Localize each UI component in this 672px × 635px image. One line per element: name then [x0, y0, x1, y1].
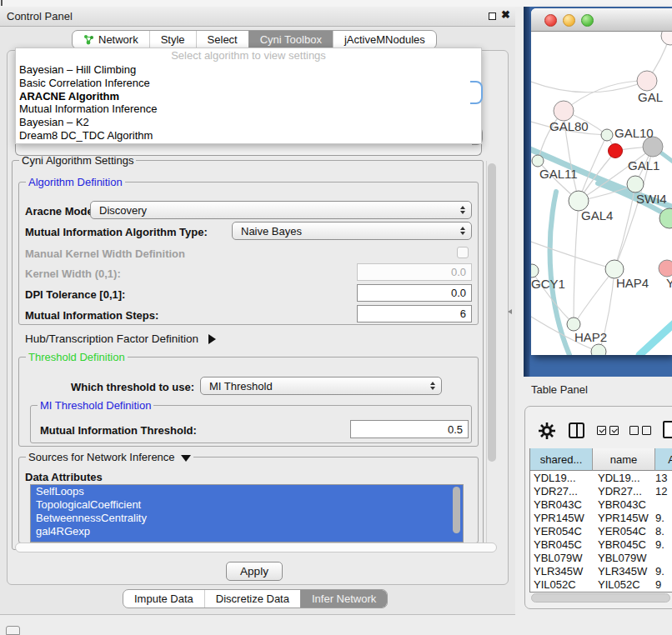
network-node-label: GAL: [638, 90, 663, 104]
cyni-bottom-tabbar: Impute DataDiscretize DataInfer Network: [123, 589, 388, 608]
network-node[interactable]: [554, 101, 574, 121]
close-icon[interactable]: ✖: [501, 8, 510, 21]
which-threshold-combobox[interactable]: MI Threshold: [200, 377, 442, 395]
settings-scrollbar-thumb[interactable]: [488, 163, 496, 462]
settings-horizontal-scrollbar[interactable]: [15, 542, 497, 552]
dropdown-option[interactable]: Bayesian – Hill Climbing: [16, 63, 481, 77]
data-attributes-list[interactable]: SelfLoopsTopologicalCoefficientBetweenne…: [30, 484, 464, 542]
document-icon[interactable]: [663, 421, 672, 438]
table-row[interactable]: YLR345WYLR345W9.: [530, 564, 672, 578]
tab-select[interactable]: Select: [196, 31, 248, 48]
dropdown-option[interactable]: Bayesian – K2: [16, 116, 481, 129]
algorithm-definition-title: Algorithm Definition: [26, 176, 125, 188]
table-horizontal-scrollbar[interactable]: [531, 593, 670, 602]
apply-button[interactable]: Apply: [226, 562, 283, 581]
network-node[interactable]: [659, 260, 672, 277]
table-row[interactable]: YBR045CYBR045C9.: [530, 538, 672, 551]
mi-type-combobox[interactable]: Naive Bayes: [232, 222, 472, 240]
network-edge[interactable]: [531, 242, 614, 269]
attribute-item[interactable]: BetweennessCentrality: [31, 512, 463, 525]
table-row[interactable]: YBL079WYBL079W: [530, 551, 672, 564]
tab-jactivemnodules[interactable]: jActiveMNodules: [333, 31, 436, 48]
dropdown-option[interactable]: ARACNE Algorithm: [16, 90, 481, 103]
tab-network[interactable]: Network: [73, 31, 149, 48]
table-cell: YDR27...: [593, 485, 653, 498]
network-node[interactable]: [532, 155, 544, 167]
gear-icon[interactable]: [539, 422, 555, 439]
manual-kernel-checkbox: [457, 247, 469, 258]
table-row[interactable]: YIL052CYIL052C9: [530, 578, 672, 591]
table-cell: YBR045C: [530, 538, 593, 551]
attribute-item[interactable]: TopologicalCoefficient: [31, 498, 463, 512]
expand-arrow-icon[interactable]: [208, 334, 216, 344]
column-header-name[interactable]: name: [593, 448, 655, 471]
tab-cyni-toolbox[interactable]: Cyni Toolbox: [248, 31, 333, 48]
tab-impute-data[interactable]: Impute Data: [123, 590, 204, 608]
network-node[interactable]: [609, 144, 623, 158]
combo-arrows-icon: [430, 382, 435, 390]
mac-close-icon[interactable]: [544, 14, 557, 27]
network-node-label: SWI4: [636, 192, 667, 206]
select-all-checks-icon[interactable]: [597, 426, 619, 435]
splitter-grip-icon[interactable]: [508, 308, 513, 315]
control-panel-title: Control Panel: [7, 10, 73, 22]
table-cell: YLR345W: [530, 565, 593, 578]
network-edge[interactable]: [531, 81, 647, 92]
table-cell: YLR345W: [593, 565, 653, 578]
mi-type-label: Mutual Information Algorithm Type:: [25, 226, 208, 238]
network-node[interactable]: [627, 176, 644, 192]
network-node[interactable]: [601, 129, 613, 141]
tab-style[interactable]: Style: [149, 31, 196, 48]
table-row[interactable]: YER054CYER054C8.: [530, 524, 672, 538]
aracne-mode-label: Aracne Mode:: [25, 205, 97, 218]
mi-steps-field[interactable]: 6: [357, 305, 472, 322]
dpi-tolerance-field[interactable]: 0.0: [357, 284, 472, 302]
dropdown-option[interactable]: Mutual Information Inference: [16, 102, 481, 116]
table-row[interactable]: YBR043CYBR043C: [530, 498, 672, 511]
table-cell: YER054C: [593, 525, 653, 538]
network-node[interactable]: [531, 264, 539, 278]
dropdown-option[interactable]: Basic Correlation Inference: [16, 77, 481, 90]
network-edge[interactable]: [639, 320, 672, 355]
network-node[interactable]: [661, 32, 672, 45]
attributes-scrollbar-thumb[interactable]: [453, 487, 460, 533]
network-node-label: GAL1: [628, 158, 659, 172]
hub-section-label[interactable]: Hub/Transcription Factor Definition: [25, 332, 216, 345]
table-row[interactable]: YPR145WYPR145W9.: [530, 511, 672, 524]
tab-discretize-data[interactable]: Discretize Data: [204, 590, 300, 608]
network-node-label: GAL4: [581, 208, 613, 222]
float-window-icon[interactable]: [489, 12, 496, 20]
aracne-mode-combobox[interactable]: Discovery: [90, 201, 472, 219]
mi-threshold-field[interactable]: 0.5: [350, 420, 469, 438]
tab-infer-network[interactable]: Infer Network: [300, 590, 387, 608]
column-header-shared-name[interactable]: shared...: [530, 448, 593, 471]
network-node-label: GAL11: [539, 167, 578, 181]
network-canvas[interactable]: GALGAL80GAL10GAL1GAL11SWI4GAL4GCY1HAP4YH…: [531, 32, 672, 355]
table-cell: 9.: [653, 538, 664, 551]
network-edge[interactable]: [574, 201, 579, 324]
network-edge[interactable]: [550, 192, 569, 355]
mac-zoom-icon[interactable]: [581, 14, 594, 27]
table-cell: 9.: [653, 512, 664, 524]
split-view-icon[interactable]: [569, 422, 584, 438]
deselect-all-checks-icon[interactable]: [629, 426, 651, 435]
sources-title[interactable]: Sources for Network Inference: [26, 451, 193, 463]
attribute-item[interactable]: gal4RGexp: [31, 525, 463, 538]
network-node[interactable]: [567, 318, 580, 331]
mi-threshold-title: MI Threshold Definition: [38, 399, 153, 412]
column-header-partial[interactable]: A: [655, 448, 672, 471]
attribute-item[interactable]: SelfLoops: [31, 485, 463, 498]
table-row[interactable]: YDR27...YDR27...12: [530, 484, 672, 498]
collapse-arrow-icon[interactable]: [181, 455, 191, 462]
minimized-panel-icon[interactable]: [6, 626, 20, 635]
mac-minimize-icon[interactable]: [563, 14, 575, 27]
aracne-mode-value: Discovery: [99, 204, 147, 217]
network-node[interactable]: [591, 344, 606, 355]
table-cell: YBR043C: [530, 498, 593, 511]
dropdown-option[interactable]: Dream8 DC_TDC Algorithm: [16, 129, 481, 142]
table-row[interactable]: YDL19...YDL19...13: [530, 471, 672, 484]
tab-label: Network: [98, 33, 138, 46]
combo-arrows-icon: [460, 227, 465, 235]
network-node[interactable]: [637, 71, 657, 91]
network-node-label: GCY1: [531, 277, 565, 291]
